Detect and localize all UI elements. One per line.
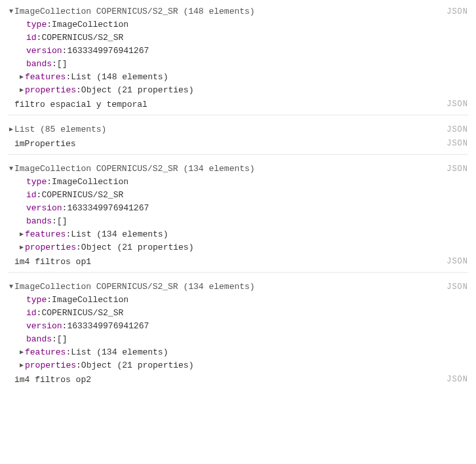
colon-separator: :: [66, 228, 71, 241]
json-link[interactable]: JSON: [441, 280, 468, 294]
property-value: 1633349976941267: [67, 45, 149, 58]
colon-separator: :: [62, 45, 68, 58]
object-summary: List (85 elements): [14, 123, 441, 136]
label-text: im4 filtros op1: [14, 257, 441, 267]
json-link[interactable]: JSON: [441, 375, 468, 385]
object-header[interactable]: ▼ImageCollection COPERNICUS/S2_SR (148 e…: [8, 5, 468, 18]
property-key: features: [25, 71, 66, 84]
property-key: properties: [25, 241, 76, 254]
expand-triangle-right-icon[interactable]: ▶: [8, 123, 14, 136]
property-key: properties: [25, 84, 76, 97]
json-link[interactable]: JSON: [441, 257, 468, 267]
property-value: Object (21 properties): [81, 84, 194, 97]
property-value: ImageCollection: [52, 294, 129, 307]
colon-separator: :: [37, 31, 42, 45]
expand-triangle-down-icon[interactable]: ▼: [8, 163, 14, 176]
property-row: version: 1633349976941267: [26, 45, 468, 58]
expand-triangle-right-icon[interactable]: ▶: [18, 228, 25, 241]
expand-triangle-right-icon[interactable]: ▶: [18, 346, 25, 359]
json-link[interactable]: JSON: [441, 163, 468, 176]
property-row[interactable]: ▶properties: Object (21 properties): [26, 359, 468, 372]
property-value: Object (21 properties): [81, 359, 194, 372]
property-key: type: [26, 176, 47, 189]
label-text: filtro espacial y temporal: [14, 100, 441, 109]
colon-separator: :: [76, 359, 81, 372]
colon-separator: :: [52, 58, 57, 71]
output-block: ▶List (85 elements)JSONimPropertiesJSON: [8, 123, 468, 155]
print-label: filtro espacial y temporalJSON: [8, 97, 468, 111]
colon-separator: :: [47, 18, 52, 31]
colon-separator: :: [47, 176, 52, 189]
property-key: version: [26, 320, 62, 333]
property-key: version: [26, 202, 62, 215]
property-value: []: [57, 58, 68, 71]
property-row[interactable]: ▶properties: Object (21 properties): [26, 241, 468, 254]
property-value: ImageCollection: [52, 18, 129, 31]
property-row: version: 1633349976941267: [26, 202, 468, 215]
property-row[interactable]: ▶features: List (134 elements): [26, 346, 468, 359]
expand-triangle-right-icon[interactable]: ▶: [18, 241, 25, 254]
property-key: type: [26, 294, 47, 307]
property-value: 1633349976941267: [67, 320, 149, 333]
print-label: im4 filtros op1JSON: [8, 254, 468, 268]
object-summary: ImageCollection COPERNICUS/S2_SR (134 el…: [14, 163, 441, 176]
property-key: bands: [26, 58, 52, 71]
property-row[interactable]: ▶features: List (148 elements): [26, 71, 468, 84]
property-value: 1633349976941267: [67, 202, 149, 215]
property-key: bands: [26, 333, 52, 346]
property-key: id: [26, 189, 37, 202]
expand-triangle-down-icon[interactable]: ▼: [8, 5, 14, 18]
colon-separator: :: [52, 333, 57, 346]
label-text: im4 filtros op2: [14, 375, 441, 385]
output-block: ▼ImageCollection COPERNICUS/S2_SR (134 e…: [8, 280, 468, 390]
property-key: type: [26, 18, 47, 31]
property-key: version: [26, 45, 62, 58]
colon-separator: :: [47, 294, 52, 307]
json-link[interactable]: JSON: [441, 100, 468, 109]
property-row: id: COPERNICUS/S2_SR: [26, 307, 468, 320]
property-key: id: [26, 307, 37, 320]
property-key: features: [25, 346, 66, 359]
output-block: ▼ImageCollection COPERNICUS/S2_SR (148 e…: [8, 5, 468, 115]
property-row: type: ImageCollection: [26, 294, 468, 307]
property-row: bands: []: [26, 215, 468, 228]
object-properties: type: ImageCollectionid: COPERNICUS/S2_S…: [8, 176, 468, 254]
colon-separator: :: [52, 215, 57, 228]
colon-separator: :: [76, 241, 81, 254]
object-header[interactable]: ▼ImageCollection COPERNICUS/S2_SR (134 e…: [8, 280, 468, 294]
print-label: imPropertiesJSON: [8, 136, 468, 150]
property-row: id: COPERNICUS/S2_SR: [26, 189, 468, 202]
property-row[interactable]: ▶features: List (134 elements): [26, 228, 468, 241]
property-value: COPERNICUS/S2_SR: [41, 307, 123, 320]
property-value: List (134 elements): [71, 228, 168, 241]
expand-triangle-right-icon[interactable]: ▶: [18, 359, 25, 372]
colon-separator: :: [76, 84, 81, 97]
expand-triangle-right-icon[interactable]: ▶: [18, 71, 25, 84]
property-row: type: ImageCollection: [26, 18, 468, 31]
object-header[interactable]: ▼ImageCollection COPERNICUS/S2_SR (134 e…: [8, 163, 468, 176]
label-text: imProperties: [14, 139, 441, 149]
property-row: id: COPERNICUS/S2_SR: [26, 31, 468, 45]
json-link[interactable]: JSON: [441, 139, 468, 149]
property-key: properties: [25, 359, 76, 372]
property-row[interactable]: ▶properties: Object (21 properties): [26, 84, 468, 97]
property-key: id: [26, 31, 37, 45]
expand-triangle-right-icon[interactable]: ▶: [18, 84, 25, 97]
property-value: COPERNICUS/S2_SR: [41, 31, 123, 45]
property-row: bands: []: [26, 58, 468, 71]
property-key: features: [25, 228, 66, 241]
property-row: bands: []: [26, 333, 468, 346]
print-label: im4 filtros op2JSON: [8, 372, 468, 386]
property-key: bands: [26, 215, 52, 228]
object-properties: type: ImageCollectionid: COPERNICUS/S2_S…: [8, 294, 468, 372]
object-properties: type: ImageCollectionid: COPERNICUS/S2_S…: [8, 18, 468, 97]
property-row: type: ImageCollection: [26, 176, 468, 189]
property-row: version: 1633349976941267: [26, 320, 468, 333]
json-link[interactable]: JSON: [441, 5, 468, 18]
object-header[interactable]: ▶List (85 elements)JSON: [8, 123, 468, 136]
property-value: List (134 elements): [71, 346, 168, 359]
expand-triangle-down-icon[interactable]: ▼: [8, 280, 14, 294]
json-link[interactable]: JSON: [441, 123, 468, 136]
colon-separator: :: [62, 320, 68, 333]
property-value: []: [57, 215, 68, 228]
